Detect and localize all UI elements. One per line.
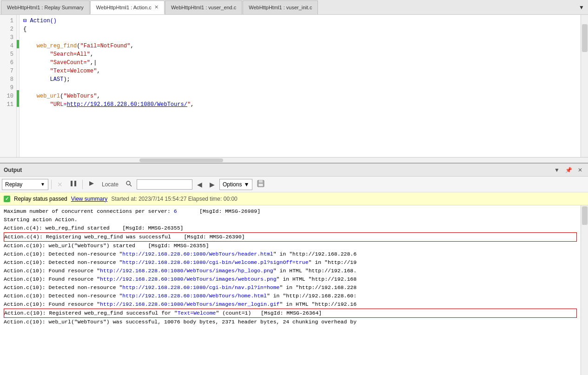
code-lines[interactable]: ⊟ Action() { web_reg_find("Fail=NotFound… — [20, 15, 581, 157]
replay-dropdown-label: Replay — [5, 181, 22, 188]
svg-line-4 — [130, 184, 132, 186]
log-line: Starting action Action. — [4, 216, 584, 224]
search-input[interactable] — [137, 179, 192, 190]
replay-dropdown-arrow: ▼ — [40, 182, 45, 187]
code-line-1: ⊟ Action() — [23, 17, 577, 25]
pause-icon[interactable] — [67, 179, 79, 190]
options-dropdown[interactable]: Options ▼ — [219, 179, 252, 190]
view-summary-link[interactable]: View summary — [71, 196, 107, 202]
code-scrollbar-thumb — [582, 24, 588, 52]
code-line-7: "Text=Welcome", — [23, 67, 577, 75]
code-horizontal-scrollbar[interactable] — [0, 157, 588, 163]
tab-action-c-label: WebHttpHtml1 : Action.c — [96, 5, 152, 10]
log-line: Action.c(10): Found resource "http://192… — [4, 300, 584, 309]
log-line: Action.c(4): Registering web_reg_find wa… — [4, 232, 584, 242]
log-line: Action.c(10): Detected non-resource "htt… — [4, 258, 584, 267]
log-line: Action.c(10): web_url("WebTours") was su… — [4, 318, 584, 326]
log-line: Maximum number of concurrent connections… — [4, 207, 584, 216]
tab-vuser-end[interactable]: WebHttpHtml1 : vuser_end.c — [165, 0, 242, 14]
nav-prev-icon[interactable]: ◀ — [194, 179, 205, 190]
tab-action-c[interactable]: WebHttpHtml1 : Action.c ✕ — [90, 0, 165, 14]
svg-rect-1 — [74, 181, 76, 186]
replay-dropdown[interactable]: Replay ▼ — [2, 179, 48, 190]
status-passed-text: Replay status passed — [14, 196, 67, 202]
save-icon[interactable] — [254, 178, 267, 190]
line-numbers: 12345 67891011 — [0, 15, 17, 157]
log-line: Action.c(10): web_url("WebTours") starte… — [4, 242, 584, 250]
tab-vuser-end-label: WebHttpHtml1 : vuser_end.c — [171, 5, 236, 10]
nav-next-icon[interactable]: ▶ — [207, 179, 218, 190]
svg-point-3 — [126, 181, 130, 185]
output-toolbar: Replay ▼ ✕ Locate ◀ ▶ Options ▼ — [0, 177, 588, 192]
code-line-9 — [23, 84, 577, 92]
svg-rect-6 — [259, 180, 263, 183]
output-header: Output ▼ 📌 ✕ — [0, 164, 588, 177]
log-line: Action.c(10): Detected non-resource "htt… — [4, 283, 584, 292]
code-line-3 — [23, 33, 577, 42]
stop-icon: ✕ — [54, 179, 66, 190]
code-line-6: "SaveCount=",| — [23, 59, 577, 67]
options-arrow-icon: ▼ — [244, 181, 249, 188]
status-pass-icon: ✓ — [4, 196, 10, 202]
log-line: Action.c(10): Registered web_reg_find su… — [4, 309, 584, 318]
close-action-c-icon[interactable]: ✕ — [154, 4, 159, 10]
output-title: Output — [4, 167, 22, 173]
code-vertical-scrollbar[interactable] — [581, 15, 588, 157]
output-log: Maximum number of concurrent connections… — [0, 205, 588, 375]
output-panel: Output ▼ 📌 ✕ Replay ▼ ✕ Locate ◀ ▶ Optio… — [0, 164, 588, 375]
locate-label[interactable]: Locate — [99, 180, 121, 189]
output-close-icon[interactable]: ✕ — [576, 166, 584, 174]
log-line: Action.c(10): Found resource "http://192… — [4, 275, 584, 283]
output-pin-icon[interactable]: 📌 — [563, 166, 574, 174]
tab-overflow-button[interactable]: ▼ — [575, 4, 588, 11]
output-header-controls: ▼ 📌 ✕ — [552, 166, 584, 174]
log-line: Action.c(10): Detected non-resource "htt… — [4, 250, 584, 258]
status-started-text: Started at: 2023/7/14 15:54:27 Elapsed t… — [111, 196, 238, 202]
toolbar-sep-1 — [51, 180, 52, 189]
code-line-5: "Search=All", — [23, 50, 577, 59]
code-line-4: web_reg_find("Fail=NotFound", — [23, 42, 577, 50]
log-line: Action.c(10): Found resource "http://192… — [4, 267, 584, 275]
svg-rect-7 — [258, 184, 263, 186]
code-line-8: LAST); — [23, 75, 577, 84]
locate-icon[interactable] — [86, 179, 98, 190]
code-line-11: "URL=http://192.168.228.60:1080/WebTours… — [23, 100, 577, 109]
output-dropdown-icon[interactable]: ▼ — [552, 166, 562, 174]
log-line: Action.c(4): web_reg_find started [MsgId… — [4, 224, 584, 232]
tab-bar: WebHttpHtml1 : Replay Summary WebHttpHtm… — [0, 0, 588, 15]
code-line-2: { — [23, 25, 577, 33]
options-label: Options — [223, 181, 242, 188]
tab-vuser-init-label: WebHttpHtml1 : vuser_init.c — [249, 5, 312, 10]
code-h-scrollbar-thumb — [139, 158, 223, 162]
code-editor: 12345 67891011 ⊟ Action() { web_reg_find… — [0, 15, 588, 164]
output-scrollbar-thumb — [582, 206, 588, 225]
output-vertical-scrollbar[interactable] — [581, 205, 588, 375]
code-content: 12345 67891011 ⊟ Action() { web_reg_find… — [0, 15, 588, 157]
tab-vuser-init[interactable]: WebHttpHtml1 : vuser_init.c — [243, 0, 318, 14]
toolbar-sep-2 — [82, 180, 83, 189]
svg-rect-0 — [71, 181, 73, 186]
log-line: Action.c(10): Detected non-resource "htt… — [4, 292, 584, 300]
svg-marker-2 — [89, 181, 94, 186]
tab-replay-summary[interactable]: WebHttpHtml1 : Replay Summary — [1, 0, 90, 14]
search-icon[interactable] — [123, 179, 135, 190]
log-container: Maximum number of concurrent connections… — [0, 205, 588, 375]
status-bar: ✓ Replay status passed View summary Star… — [0, 192, 588, 205]
code-line-10: web_url("WebTours", — [23, 92, 577, 100]
tab-replay-summary-label: WebHttpHtml1 : Replay Summary — [7, 5, 84, 10]
